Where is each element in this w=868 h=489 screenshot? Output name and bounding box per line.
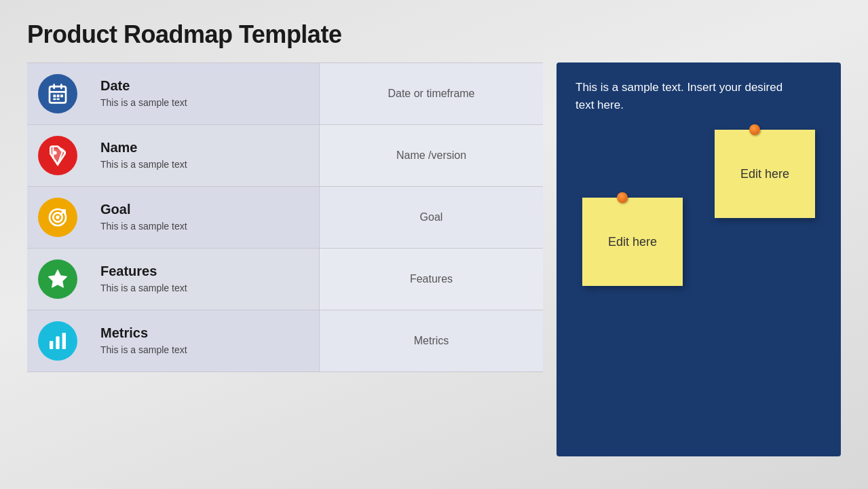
goal-label: Goal [100,202,307,217]
svg-rect-0 [50,86,66,103]
goal-icon-circle [38,198,77,237]
svg-rect-15 [50,341,53,349]
page-title: Product Roadmap Template [27,20,841,49]
roadmap-table: Date This is a sample text Date or timef… [27,62,543,456]
svg-rect-8 [57,98,60,101]
star-icon [47,268,69,290]
calendar-icon [47,83,69,105]
table-row-name: Name This is a sample text Name /version [27,125,543,187]
svg-rect-5 [57,94,60,97]
metrics-value: Metrics [414,335,449,347]
label-cell-date: Date This is a sample text [88,63,319,124]
table-row-date: Date This is a sample text Date or timef… [27,62,543,125]
sticky-note-1-text: Edit here [740,167,789,181]
svg-rect-17 [62,333,66,349]
goal-subtext: This is a sample text [100,220,307,234]
content-area: Date This is a sample text Date or timef… [27,62,841,456]
svg-rect-4 [53,94,56,97]
icon-cell-name [27,125,88,186]
pin-2 [617,192,628,203]
metrics-subtext: This is a sample text [100,344,307,357]
target-icon [47,206,69,228]
svg-marker-14 [49,270,67,287]
value-cell-date: Date or timeframe [319,63,543,124]
date-subtext: This is a sample text [100,96,307,110]
pin-1 [749,124,760,135]
tag-icon [47,145,69,166]
date-label: Date [100,78,307,94]
icon-cell-features [27,249,88,310]
table-row-features: Features This is a sample text Features [27,249,543,310]
date-icon-circle [38,74,77,113]
value-cell-goal: Goal [319,187,543,248]
sticky-note-1[interactable]: Edit here [715,130,815,218]
goal-value: Goal [420,211,443,223]
right-panel: This is a sample text. Insert your desir… [556,62,841,456]
icon-cell-date [27,63,88,124]
name-icon-circle [38,136,77,175]
label-cell-metrics: Metrics This is a sample text [88,310,319,372]
label-cell-features: Features This is a sample text [88,249,319,310]
table-row-metrics: Metrics This is a sample text Metrics [27,310,543,372]
svg-point-12 [56,215,59,219]
table-row-goal: Goal This is a sample text Goal [27,187,543,249]
svg-rect-16 [56,336,59,349]
sticky-note-2-text: Edit here [608,235,657,249]
page: Product Roadmap Template [0,0,868,489]
label-cell-goal: Goal This is a sample text [88,187,319,248]
metrics-label: Metrics [100,325,307,341]
sticky-note-2[interactable]: Edit here [582,198,683,286]
features-value: Features [410,273,453,285]
icon-cell-metrics [27,310,88,372]
right-intro-text: This is a sample text. Insert your desir… [575,79,793,113]
name-subtext: This is a sample text [100,158,307,172]
value-cell-features: Features [319,249,543,310]
svg-rect-7 [53,98,56,101]
features-label: Features [100,264,307,279]
sticky-notes-area: Edit here Edit here [575,130,822,440]
chart-icon [47,330,69,352]
name-label: Name [100,140,307,156]
features-icon-circle [38,259,77,299]
features-subtext: This is a sample text [100,282,307,295]
value-cell-name: Name /version [319,125,543,186]
name-value: Name /version [396,149,466,162]
label-cell-name: Name This is a sample text [88,125,319,186]
value-cell-metrics: Metrics [319,310,543,372]
svg-rect-6 [60,94,63,97]
metrics-icon-circle [38,321,77,361]
date-value: Date or timeframe [388,88,474,100]
icon-cell-goal [27,187,88,248]
